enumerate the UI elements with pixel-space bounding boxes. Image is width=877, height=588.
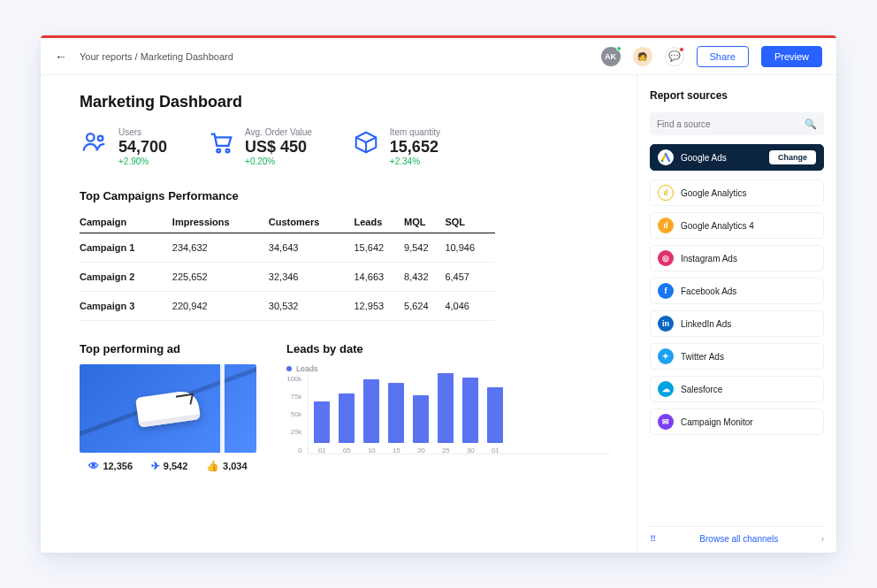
bar [388,383,404,443]
table-cell: 34,643 [269,233,355,262]
cart-icon [206,127,236,157]
source-icon: ıl [658,185,674,201]
bar-column: 01 [314,401,330,454]
metrics-row: Users 54,700 +2.90% Avg. Order Value US$… [80,127,610,166]
comments-button[interactable]: 💬 [665,47,684,66]
source-icon: ıl [658,218,674,233]
table-cell: 14,663 [354,262,404,291]
svg-point-0 [87,134,94,141]
breadcrumb-root[interactable]: Your reports [80,51,133,62]
table-cell: 9,542 [404,233,445,262]
source-label: Google Ads [681,153,727,163]
source-google-ads[interactable]: Google Ads Change [650,144,824,171]
presence-dot-icon [616,46,622,51]
th-leads: Leads [354,211,404,233]
presence-dot-icon [648,47,652,51]
metric-label: Item quantity [390,127,440,137]
preview-button[interactable]: Preview [761,46,822,67]
x-tick: 01 [492,447,500,454]
bar-column: 10 [363,379,379,454]
campaigns-table: Campaign Impressions Customers Leads MQL… [80,211,495,321]
svg-point-2 [217,149,220,153]
ad-stats: 👁12,356 ✈9,542 👍3,034 [80,460,256,472]
y-tick: 75k [290,393,301,401]
source-item[interactable]: ılGoogle Analytics 4 [650,212,824,239]
source-icon: ✉ [658,414,674,430]
x-tick: 01 [318,447,326,454]
legend-dot-icon [286,366,292,371]
th-customers: Customers [269,211,355,233]
table-cell: 234,632 [172,233,269,262]
avatar-collaborator-1[interactable]: AK [601,47,621,66]
bar-column: 01 [487,387,503,454]
table-cell: Campaign 1 [80,233,172,262]
table-cell: 15,642 [354,233,404,262]
source-item[interactable]: fFacebook Ads [650,278,824,304]
metric-delta: +0.20% [245,157,312,166]
notification-dot-icon [679,47,684,52]
source-label: Campaign Monitor [681,417,753,427]
avatar-collaborator-2[interactable]: 🧑 [633,47,652,66]
source-icon: ☁ [658,381,674,397]
x-tick: 05 [343,447,351,454]
source-icon: ✦ [658,348,674,364]
bar-column: 25 [438,373,454,454]
back-icon[interactable]: ← [55,50,67,64]
ad-likes: 👍3,034 [206,460,248,472]
breadcrumb[interactable]: Your reports / Marketing Dashboard [80,51,233,62]
x-tick: 30 [467,447,475,454]
lower-row: Top performing ad 👁12,356 ✈9,542 👍3,034 … [80,342,610,472]
source-icon: f [658,283,674,299]
shoe-graphic [135,389,201,427]
chat-icon: 💬 [668,50,681,62]
x-tick: 20 [417,447,425,454]
search-input[interactable] [657,119,805,129]
metric-aov: Avg. Order Value US$ 450 +0.20% [206,127,312,166]
body: Marketing Dashboard Users 54,700 +2.90% [41,75,836,553]
page-title: Marketing Dashboard [80,93,610,111]
source-item[interactable]: ✉Campaign Monitor [650,409,824,435]
breadcrumb-current[interactable]: Marketing Dashboard [141,51,233,62]
source-item[interactable]: ☁Salesforce [650,376,824,402]
x-tick: 15 [393,447,400,454]
metric-delta: +2.90% [118,157,167,166]
panel-footer: ⠿ Browse all channels › [650,526,824,544]
svg-point-3 [226,149,230,153]
source-label: Facebook Ads [681,286,736,296]
share-button[interactable]: Share [697,46,749,67]
bar [438,373,454,443]
bar [413,395,429,443]
y-tick: 50k [290,410,301,418]
table-cell: 10,946 [445,233,495,262]
source-item[interactable]: ✦Twitter Ads [650,343,824,370]
table-cell: 5,624 [404,291,445,320]
x-tick: 10 [368,447,376,454]
metric-value: US$ 450 [245,138,312,157]
bar-column: 15 [388,383,404,454]
svg-point-4 [661,160,664,163]
package-icon [351,127,381,157]
ad-creative-image[interactable] [80,364,256,453]
source-label: LinkedIn Ads [681,319,731,329]
source-search[interactable]: 🔍 [650,112,824,135]
sources-panel: Report sources 🔍 Google Ads Change ılGoo… [637,75,836,553]
source-item[interactable]: ◎Instagram Ads [650,245,824,271]
metric-users: Users 54,700 +2.90% [80,127,167,166]
source-item[interactable]: ılGoogle Analytics [650,179,824,206]
bar-column: 05 [339,393,355,454]
browse-all-link[interactable]: Browse all channels [699,534,778,544]
y-tick: 0 [298,447,301,454]
svg-point-1 [98,136,103,141]
bar [339,393,355,443]
users-icon [80,127,110,157]
table-cell: 30,532 [269,291,355,320]
chart-bars: 0105101520253001 [308,375,610,454]
metric-items: Item quantity 15,652 +2.34% [351,127,440,166]
source-item[interactable]: inLinkedIn Ads [650,310,824,337]
grid-icon: ⠿ [650,534,657,544]
table-cell: Campaign 2 [80,262,172,291]
change-source-button[interactable]: Change [769,150,816,164]
metric-label: Avg. Order Value [245,127,312,137]
bar [314,401,330,443]
table-cell: 220,942 [172,291,269,320]
